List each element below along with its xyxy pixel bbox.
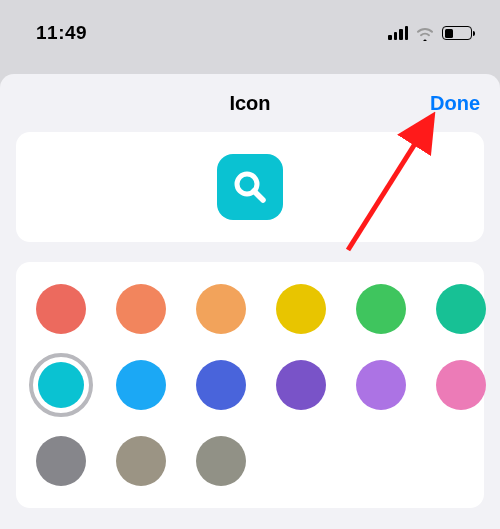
color-dot — [38, 362, 84, 408]
color-swatch-6[interactable] — [34, 358, 88, 412]
color-swatch-1[interactable] — [114, 282, 168, 336]
color-swatch-11[interactable] — [434, 358, 488, 412]
color-swatch-12[interactable] — [34, 434, 88, 488]
color-swatch-2[interactable] — [194, 282, 248, 336]
color-dot — [276, 284, 326, 334]
color-dot — [356, 360, 406, 410]
color-dot — [356, 284, 406, 334]
color-dot — [436, 284, 486, 334]
icon-preview — [217, 154, 283, 220]
color-dot — [36, 284, 86, 334]
color-dot — [436, 360, 486, 410]
color-swatch-0[interactable] — [34, 282, 88, 336]
done-button[interactable]: Done — [430, 92, 480, 115]
status-bar: 11:49 — [0, 0, 500, 66]
color-swatch-13[interactable] — [114, 434, 168, 488]
color-dot — [196, 284, 246, 334]
color-swatch-10[interactable] — [354, 358, 408, 412]
cellular-signal-icon — [388, 26, 408, 40]
color-swatch-4[interactable] — [354, 282, 408, 336]
color-swatch-5[interactable] — [434, 282, 488, 336]
color-swatch-9[interactable] — [274, 358, 328, 412]
wifi-icon — [415, 26, 435, 41]
status-indicators — [388, 26, 472, 41]
color-swatch-14[interactable] — [194, 434, 248, 488]
magnifying-glass-icon — [230, 167, 270, 207]
battery-icon — [442, 26, 472, 40]
color-dot — [276, 360, 326, 410]
color-swatch-8[interactable] — [194, 358, 248, 412]
color-dot — [196, 360, 246, 410]
sheet-header: Icon Done — [16, 74, 484, 132]
color-palette-card — [16, 262, 484, 508]
icon-preview-card — [16, 132, 484, 242]
color-dot — [116, 360, 166, 410]
icon-picker-sheet: Icon Done — [0, 74, 500, 529]
color-swatch-3[interactable] — [274, 282, 328, 336]
color-grid — [34, 282, 466, 488]
color-swatch-7[interactable] — [114, 358, 168, 412]
color-dot — [36, 436, 86, 486]
sheet-title: Icon — [229, 92, 270, 115]
svg-line-1 — [254, 191, 263, 200]
status-time: 11:49 — [36, 22, 87, 44]
color-dot — [116, 284, 166, 334]
color-dot — [116, 436, 166, 486]
color-dot — [196, 436, 246, 486]
